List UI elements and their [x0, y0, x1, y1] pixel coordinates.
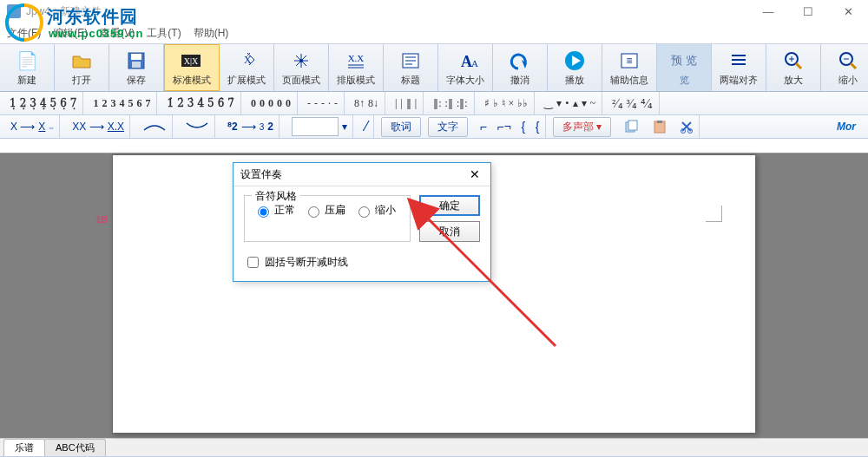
paren-break-checkbox[interactable]: [247, 257, 259, 268]
play-button[interactable]: 播放: [548, 44, 602, 91]
standard-mode-button[interactable]: X|X标准模式: [164, 44, 220, 91]
svg-line-21: [796, 63, 801, 69]
combo-tool[interactable]: ▾: [286, 115, 353, 138]
barline-group[interactable]: ||‖|: [389, 92, 424, 114]
menu-edit[interactable]: 编辑(E): [53, 26, 88, 41]
combo-input[interactable]: [292, 117, 339, 136]
open-button[interactable]: 打开: [55, 44, 109, 91]
note-style-fieldset: 音符风格 正常 压扁 缩小: [244, 195, 411, 242]
fieldset-legend: 音符风格: [252, 189, 300, 204]
dialog-close-button[interactable]: ✕: [466, 167, 483, 181]
title-bar: Jpw4->新建文件 — ☐ ✕: [0, 0, 868, 23]
save-icon: [127, 49, 146, 73]
font-size-icon: AA: [452, 49, 478, 73]
time-sig-group[interactable]: ²⁄₄³⁄₄⁴⁄₄: [606, 92, 660, 114]
note-group-2[interactable]: 1234567: [87, 92, 157, 114]
save-button[interactable]: 保存: [109, 44, 164, 91]
standard-mode-icon: X|X: [180, 49, 204, 73]
polyphonic-button[interactable]: 多声部 ▾: [553, 117, 611, 137]
radio-flat[interactable]: 压扁: [304, 203, 345, 218]
edit-icons[interactable]: [618, 115, 700, 138]
tie-down-tool[interactable]: [180, 115, 215, 138]
more-link[interactable]: Mor: [837, 121, 863, 133]
lyric-button[interactable]: 歌词: [381, 117, 421, 137]
open-icon: [71, 49, 92, 73]
cancel-button[interactable]: 取消: [419, 221, 480, 242]
margin-corner: [706, 206, 722, 222]
menu-tool[interactable]: 工具(T): [147, 26, 181, 41]
title-icon: [400, 49, 421, 73]
tab-abc-code[interactable]: ABC代码: [44, 439, 106, 456]
maximize-button[interactable]: ☐: [788, 0, 828, 23]
menu-view[interactable]: 查看(V): [100, 26, 135, 41]
menu-file[interactable]: 文件(F): [7, 26, 41, 41]
horizontal-ruler: [0, 139, 868, 153]
document-page[interactable]: 1B 设置伴奏 ✕ 音符风格 正常 压扁 缩小 确定 取消: [112, 154, 756, 434]
paren-break-label: 圆括号断开减时线: [265, 255, 348, 270]
svg-rect-2: [132, 62, 141, 68]
paste-icon[interactable]: [652, 120, 667, 134]
minimize-button[interactable]: —: [748, 0, 788, 23]
svg-text:X.X: X.X: [348, 53, 365, 63]
ok-button[interactable]: 确定: [419, 195, 480, 216]
svg-rect-32: [657, 121, 662, 123]
aux-info-button[interactable]: ≡辅助信息: [602, 44, 657, 91]
symbol-toolbar-1: 1̣2̣3̣4̣5̣6̣7̣ 1234567 1̇2̇3̇4̇5̇6̇7̇ 00…: [0, 92, 868, 115]
note-group-1[interactable]: 1̣2̣3̣4̣5̣6̣7̣: [3, 92, 83, 114]
slur-tool[interactable]: [137, 115, 173, 138]
preview-button[interactable]: 预 览览: [657, 44, 712, 91]
ornament-group[interactable]: ‿▾•▴▾~: [538, 92, 602, 114]
cut-icon[interactable]: [680, 120, 694, 134]
window-title: Jpw4->新建文件: [26, 4, 102, 19]
svg-rect-30: [628, 121, 637, 130]
typeset-mode-icon: X.X: [345, 49, 367, 73]
octave-group[interactable]: 8↑8↓: [348, 92, 385, 114]
justify-icon: [728, 49, 749, 73]
zoom-in-button[interactable]: 放大: [766, 44, 821, 91]
workspace: 1B 设置伴奏 ✕ 音符风格 正常 压扁 缩小 确定 取消: [0, 139, 868, 438]
justify-button[interactable]: 两端对齐: [712, 44, 766, 91]
slash-tool[interactable]: ∕: [360, 115, 374, 138]
dash-group[interactable]: ---·-: [301, 92, 345, 114]
zoom-out-button[interactable]: 缩小: [821, 44, 868, 91]
close-window-button[interactable]: ✕: [828, 0, 868, 23]
zoom-in-icon: [783, 49, 804, 73]
typeset-mode-button[interactable]: X.X排版模式: [329, 44, 384, 91]
rest-group[interactable]: 00000: [245, 92, 298, 114]
dialog-title: 设置伴奏: [240, 167, 282, 182]
xx-to-xx-tool[interactable]: XX ⟶ X.X: [67, 115, 130, 138]
symbol-toolbar-2: X ⟶ X₋ XX ⟶ X.X ⁸2 ⟶ 32 ▾ ∕ 歌词 文字 ⌐ ⌐¬ {…: [0, 115, 868, 139]
svg-line-25: [851, 63, 856, 69]
radio-normal[interactable]: 正常: [253, 203, 295, 218]
new-button[interactable]: 📄新建: [0, 44, 55, 91]
repeat-group[interactable]: ‖::‖:‖:: [427, 92, 474, 114]
font-size-button[interactable]: AA字体大小: [438, 44, 493, 91]
radio-small[interactable]: 缩小: [354, 203, 396, 218]
note-group-3[interactable]: 1̇2̇3̇4̇5̇6̇7̇: [161, 92, 240, 114]
copy-icon[interactable]: [623, 120, 639, 134]
extend-mode-icon: X: [235, 49, 258, 73]
extend-mode-button[interactable]: X扩展模式: [220, 44, 274, 91]
svg-point-6: [299, 59, 303, 62]
text-button[interactable]: 文字: [428, 117, 468, 137]
page-mode-button[interactable]: 页面模式: [274, 44, 329, 91]
app-icon: [7, 4, 21, 18]
title-button[interactable]: 标题: [384, 44, 438, 91]
menu-bar: 文件(F) 编辑(E) 查看(V) 工具(T) 帮助(H): [0, 23, 868, 43]
tab-score[interactable]: 乐谱: [3, 439, 45, 456]
svg-text:≡: ≡: [626, 55, 632, 67]
bottom-tabs: 乐谱 ABC代码: [0, 438, 868, 456]
zoom-out-icon: [838, 49, 858, 73]
bracket-tools[interactable]: ⌐ ⌐¬ { {: [475, 115, 546, 138]
aux-icon: ≡: [619, 49, 640, 73]
x-to-x-tool[interactable]: X ⟶ X₋: [5, 115, 60, 138]
undo-button[interactable]: 撤消: [493, 44, 548, 91]
set-accompaniment-dialog: 设置伴奏 ✕ 音符风格 正常 压扁 缩小 确定 取消: [233, 162, 491, 282]
accidental-group[interactable]: ♯♭♮×♭♭: [478, 92, 536, 114]
group-tool[interactable]: ⁸2 ⟶ 32: [222, 115, 279, 138]
svg-text:A: A: [471, 58, 478, 69]
svg-text:X|X: X|X: [184, 56, 199, 66]
svg-rect-1: [131, 54, 141, 60]
undo-icon: [510, 49, 530, 73]
menu-help[interactable]: 帮助(H): [194, 26, 229, 41]
